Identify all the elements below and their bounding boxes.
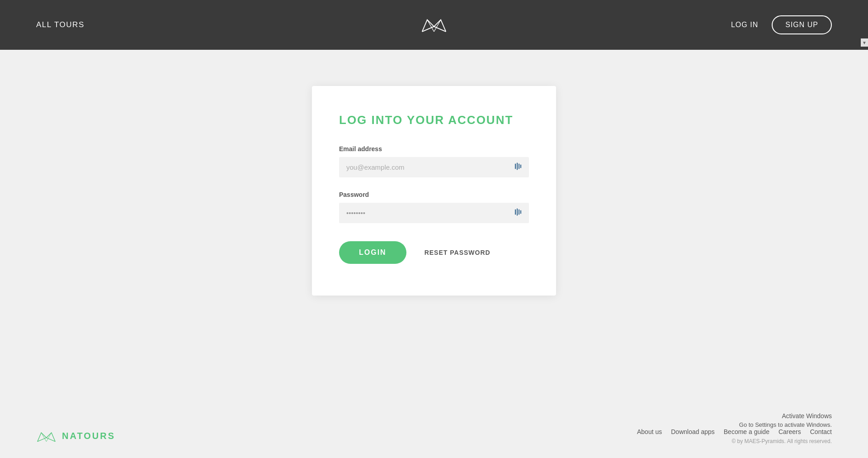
login-title: LOG INTO YOUR ACCOUNT: [339, 113, 529, 127]
footer-link-contact[interactable]: Contact: [810, 428, 832, 435]
password-label: Password: [339, 191, 529, 198]
footer-logo-icon: [36, 427, 57, 444]
footer-link-about[interactable]: About us: [637, 428, 662, 435]
sign-up-button[interactable]: SIGN UP: [772, 15, 832, 34]
footer-link-careers[interactable]: Careers: [778, 428, 801, 435]
main-content: LOG INTO YOUR ACCOUNT Email address: [0, 50, 868, 323]
reset-password-link[interactable]: RESET PASSWORD: [425, 249, 491, 256]
footer-logo: NATOURS: [36, 427, 115, 444]
footer-copyright: © by MAES-Pyramids. All rights reserved.: [637, 438, 832, 444]
login-button[interactable]: LOGIN: [339, 241, 406, 264]
all-tours-link[interactable]: ALL TOURS: [36, 20, 85, 29]
footer-link-apps[interactable]: Download apps: [671, 428, 715, 435]
header-logo-icon: [420, 13, 448, 35]
email-label: Email address: [339, 145, 529, 153]
form-actions: LOGIN RESET PASSWORD: [339, 241, 529, 264]
log-in-link[interactable]: LOG IN: [731, 21, 758, 29]
login-card: LOG INTO YOUR ACCOUNT Email address: [312, 86, 556, 296]
email-input-wrapper: [339, 157, 529, 177]
header: ALL TOURS LOG IN SIGN UP: [0, 0, 868, 50]
activate-windows-title: Activate Windows: [637, 412, 832, 420]
header-logo-center: [420, 13, 448, 37]
activate-windows-sub: Go to Settings to activate Windows.: [637, 421, 832, 428]
password-form-group: Password: [339, 191, 529, 223]
footer-link-guide[interactable]: Become a guide: [724, 428, 769, 435]
footer-right: Activate Windows Go to Settings to activ…: [637, 412, 832, 444]
scrollbar-arrow[interactable]: ▼: [861, 38, 868, 47]
email-form-group: Email address: [339, 145, 529, 177]
password-input-wrapper: [339, 203, 529, 223]
footer-brand-name: NATOURS: [62, 431, 115, 441]
email-input[interactable]: [339, 157, 529, 177]
password-input[interactable]: [339, 203, 529, 223]
footer-links: About us Download apps Become a guide Ca…: [637, 428, 832, 435]
header-right: LOG IN SIGN UP: [731, 15, 832, 34]
login-form: Email address Password: [339, 145, 529, 264]
footer: NATOURS Activate Windows Go to Settings …: [0, 403, 868, 458]
